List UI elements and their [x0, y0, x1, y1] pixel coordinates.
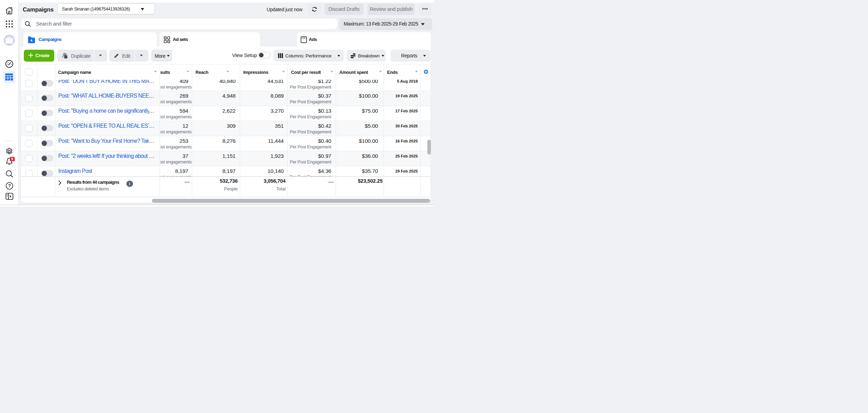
svg-text:?: ? — [8, 183, 11, 188]
